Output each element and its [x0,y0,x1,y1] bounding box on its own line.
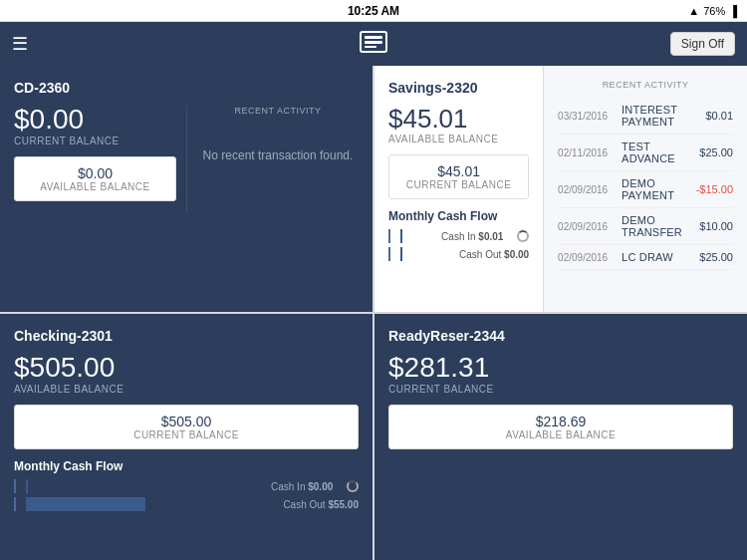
savings-card-title: Savings-2320 [388,80,529,96]
savings-right: RECENT ACTIVITY 03/31/2016 INTEREST PAYM… [544,66,747,312]
savings-cashin-bar [400,229,402,243]
savings-current-balance-box: $45.01 CURRENT BALANCE [388,154,529,199]
savings-cashout-bar-container [400,247,453,261]
savings-cashout-row: Cash Out $0.00 [388,247,529,261]
ready-card-title: ReadyReser-2344 [388,328,733,344]
savings-transactions: 03/31/2016 INTEREST PAYMENT $0.01 02/11/… [558,98,733,270]
savings-cashout-label: Cash Out $0.00 [459,249,529,260]
cd-current-balance-label: CURRENT BALANCE [14,136,176,146]
nav-logo [360,31,387,58]
cd-recent-activity-label: RECENT ACTIVITY [197,106,359,116]
savings-current-balance-label: CURRENT BALANCE [397,179,520,190]
savings-layout: Savings-2320 $45.01 AVAILABLE BALANCE $4… [374,66,747,312]
savings-available-amount: $45.01 [388,106,529,132]
cd-available-balance-box: $0.00 AVAILABLE BALANCE [14,156,176,201]
svg-rect-2 [365,41,382,44]
cd-current-balance-amount: $0.00 [14,106,176,134]
checking-cashin-label: Cash In $0.00 [271,481,341,492]
ready-available-label: AVAILABLE BALANCE [397,429,724,440]
ready-current-amount: $281.31 [388,354,733,382]
battery-icon: ▐ [729,5,737,17]
ready-current-label: CURRENT BALANCE [388,384,733,395]
savings-cashin-bar-container [400,229,435,243]
checking-current-label: CURRENT BALANCE [23,429,350,440]
checking-available-label: AVAILABLE BALANCE [14,384,359,395]
checking-cashout-vline [14,497,16,511]
sign-out-button[interactable]: Sign Off [670,32,735,56]
savings-cashout-vline [388,247,390,261]
savings-cashin-label: Cash In $0.01 [441,231,511,242]
savings-current-balance-amount: $45.01 [397,163,520,179]
cd-card-inner: $0.00 CURRENT BALANCE $0.00 AVAILABLE BA… [14,106,359,211]
checking-available-amount: $505.00 [14,354,359,382]
status-right-icons: ▲ 76% ▐ [688,5,737,17]
checking-card-title: Checking-2301 [14,328,359,344]
savings-left: Savings-2320 $45.01 AVAILABLE BALANCE $4… [374,66,544,312]
checking-cashout-bar-container [26,497,277,511]
checking-current-balance-box: $505.00 CURRENT BALANCE [14,405,359,449]
ready-available-balance-box: $218.69 AVAILABLE BALANCE [388,405,733,449]
savings-cashout-bar [400,247,402,261]
checking-cashin-bar-container [26,479,265,493]
checking-cashin-bar [26,479,28,493]
status-bar: 10:25 AM ▲ 76% ▐ [0,0,747,22]
main-content: CD-2360 $0.00 CURRENT BALANCE $0.00 AVAI… [0,66,747,560]
checking-cashout-label: Cash Out $55.00 [283,499,359,510]
transaction-row-3: 02/09/2016 DEMO TRANSFER $10.00 [558,208,733,245]
savings-cashin-row: Cash In $0.01 [388,229,529,243]
transaction-row-1: 02/11/2016 TEST ADVANCE $25.00 [558,135,733,171]
checking-cashin-vline [14,479,16,493]
checking-cashin-row: Cash In $0.00 [14,479,359,493]
top-nav: ☰ Sign Off [0,22,747,66]
cd-right: RECENT ACTIVITY No recent transaction fo… [186,106,359,211]
cd-available-balance-amount: $0.00 [23,165,167,181]
savings-cash-flow: Monthly Cash Flow Cash In $0.01 [388,209,529,261]
savings-cashin-spinner [517,230,529,242]
savings-card: Savings-2320 $45.01 AVAILABLE BALANCE $4… [374,66,747,312]
status-time: 10:25 AM [348,4,399,18]
bluetooth-icon: ▲ [688,5,699,17]
checking-cashflow-title: Monthly Cash Flow [14,459,359,473]
svg-rect-1 [365,36,382,39]
menu-button[interactable]: ☰ [12,33,28,55]
battery-percent: 76% [703,5,725,17]
checking-cashout-row: Cash Out $55.00 [14,497,359,511]
savings-recent-activity-label: RECENT ACTIVITY [558,80,733,90]
cd-card: CD-2360 $0.00 CURRENT BALANCE $0.00 AVAI… [0,66,373,312]
checking-cashout-bar [26,497,145,511]
cd-card-title: CD-2360 [14,80,359,96]
savings-cashin-vline [388,229,390,243]
savings-cashflow-title: Monthly Cash Flow [388,209,529,223]
checking-current-amount: $505.00 [23,414,350,429]
svg-rect-3 [365,46,376,48]
ready-card: ReadyReser-2344 $281.31 CURRENT BALANCE … [374,314,747,560]
checking-cash-flow: Monthly Cash Flow Cash In $0.00 Cash Out… [14,459,359,511]
ready-available-amount: $218.69 [397,414,724,429]
checking-cashin-spinner [347,480,359,492]
cd-no-recent-msg: No recent transaction found. [197,124,359,187]
cd-available-balance-label: AVAILABLE BALANCE [23,181,167,192]
transaction-row-4: 02/09/2016 lc draw $25.00 [558,245,733,270]
cd-left: $0.00 CURRENT BALANCE $0.00 AVAILABLE BA… [14,106,186,211]
savings-available-label: AVAILABLE BALANCE [388,134,529,144]
checking-card: Checking-2301 $505.00 AVAILABLE BALANCE … [0,314,373,560]
transaction-row-0: 03/31/2016 INTEREST PAYMENT $0.01 [558,98,733,135]
transaction-row-2: 02/09/2016 DEMO PAYMENT -$15.00 [558,171,733,208]
